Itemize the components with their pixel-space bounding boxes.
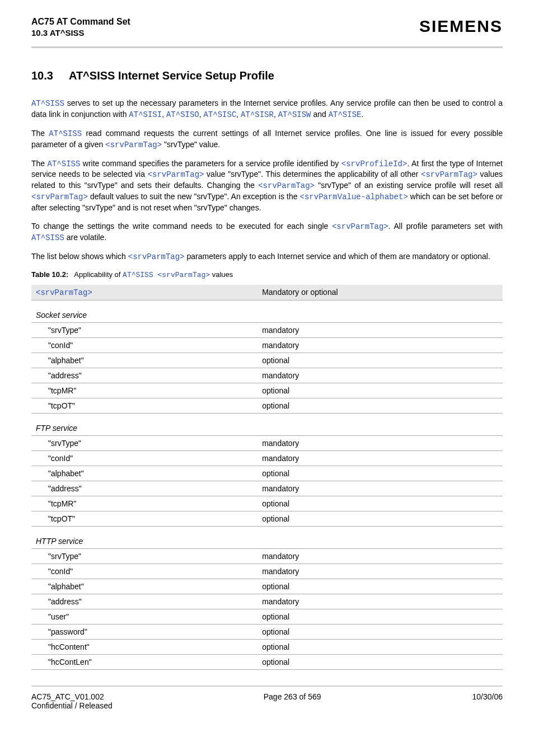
param-opt-cell: optional <box>257 579 503 594</box>
link-at-sisi[interactable]: AT^SISI <box>129 110 162 119</box>
service-name: HTTP service <box>31 526 503 548</box>
param-tag-cell: "conId" <box>31 564 257 579</box>
link-at-sise[interactable]: AT^SISE <box>329 110 362 119</box>
link-srvparmvalue-alphabet[interactable]: <srvParmValue-alphabet> <box>300 192 408 201</box>
link-srvparmtag[interactable]: <srvParmTag> <box>421 170 477 179</box>
table-row: "conId"mandatory <box>31 337 503 353</box>
param-tag-cell: "address" <box>31 481 257 496</box>
param-opt-cell: mandatory <box>257 435 503 450</box>
param-tag-cell: "srvType" <box>31 322 257 337</box>
param-tag-cell: "address" <box>31 594 257 609</box>
table-header-tag: <srvParmTag> <box>31 285 257 300</box>
param-opt-cell: mandatory <box>257 450 503 466</box>
param-opt-cell: optional <box>257 609 503 624</box>
param-opt-cell: mandatory <box>257 594 503 609</box>
params-table: <srvParmTag> Mandatory or optional Socke… <box>31 285 503 670</box>
link-at-siss[interactable]: AT^SISS <box>123 271 157 279</box>
param-tag-cell: "srvType" <box>31 548 257 564</box>
param-tag-cell: "conId" <box>31 337 257 353</box>
param-opt-cell: mandatory <box>257 481 503 496</box>
section-heading: 10.3AT^SISS Internet Service Setup Profi… <box>31 69 503 82</box>
table-row: "tcpMR"optional <box>31 383 503 398</box>
brand-logo: SIEMENS <box>419 17 503 36</box>
link-srvparmtag[interactable]: <srvParmTag> <box>128 252 185 261</box>
param-tag-cell: "tcpOT" <box>31 511 257 526</box>
service-name: FTP service <box>31 413 503 435</box>
param-tag-cell: "alphabet" <box>31 466 257 481</box>
doc-title: AC75 AT Command Set <box>31 17 130 27</box>
param-opt-cell: optional <box>257 466 503 481</box>
param-tag-cell: "tcpMR" <box>31 383 257 398</box>
link-at-siss[interactable]: AT^SISS <box>49 129 82 138</box>
table-row: "srvType"mandatory <box>31 322 503 337</box>
param-tag-cell: "srvType" <box>31 435 257 450</box>
service-row: HTTP service <box>31 526 503 548</box>
table-row: "address"mandatory <box>31 368 503 383</box>
link-srvparmtag[interactable]: <srvParmTag> <box>158 271 210 279</box>
table-row: "user"optional <box>31 609 503 624</box>
param-opt-cell: optional <box>257 654 503 669</box>
table-row: "srvType"mandatory <box>31 548 503 564</box>
param-tag-cell: "hcContent" <box>31 639 257 654</box>
param-opt-cell: mandatory <box>257 564 503 579</box>
link-at-sisr[interactable]: AT^SISR <box>241 110 274 119</box>
param-tag-cell: "alphabet" <box>31 579 257 594</box>
table-row: "address"mandatory <box>31 481 503 496</box>
table-caption: Table 10.2: Applicability of AT^SISS <sr… <box>31 270 503 279</box>
table-row: "hcContLen"optional <box>31 654 503 669</box>
param-tag-cell: "tcpMR" <box>31 496 257 511</box>
link-at-siss[interactable]: AT^SISS <box>31 233 64 242</box>
param-opt-cell: optional <box>257 353 503 368</box>
link-at-siss[interactable]: AT^SISS <box>31 99 64 108</box>
param-opt-cell: optional <box>257 624 503 639</box>
link-srvparmtag[interactable]: <srvParmTag> <box>31 192 88 201</box>
footer-separator: AC75_ATC_V01.002 Confidential / Released… <box>31 685 503 710</box>
param-opt-cell: mandatory <box>257 322 503 337</box>
param-opt-cell: optional <box>257 398 503 413</box>
table-row: "conId"mandatory <box>31 564 503 579</box>
paragraph-4: To change the settings the write command… <box>31 221 503 243</box>
param-tag-cell: "hcContLen" <box>31 654 257 669</box>
page-header: AC75 AT Command Set 10.3 AT^SISS SIEMENS <box>31 17 503 48</box>
footer-version: AC75_ATC_V01.002 <box>31 692 113 701</box>
link-srvparmtag[interactable]: <srvParmTag> <box>258 181 315 190</box>
table-label: Table 10.2: <box>31 270 68 279</box>
table-row: "password"optional <box>31 624 503 639</box>
link-srvparmtag[interactable]: <srvParmTag> <box>148 170 204 179</box>
service-row: Socket service <box>31 300 503 322</box>
table-row: "tcpMR"optional <box>31 496 503 511</box>
footer-left: AC75_ATC_V01.002 Confidential / Released <box>31 692 113 710</box>
link-srvprofileid[interactable]: <srvProfileId> <box>341 159 407 168</box>
link-srvparmtag[interactable]: <srvParmTag> <box>105 140 162 149</box>
param-tag-cell: "user" <box>31 609 257 624</box>
header-left: AC75 AT Command Set 10.3 AT^SISS <box>31 17 130 37</box>
doc-section: 10.3 AT^SISS <box>31 28 130 37</box>
param-opt-cell: optional <box>257 383 503 398</box>
service-name: Socket service <box>31 300 503 322</box>
table-row: "tcpOT"optional <box>31 511 503 526</box>
param-opt-cell: optional <box>257 639 503 654</box>
paragraph-5: The list below shows which <srvParmTag> … <box>31 251 503 262</box>
param-tag-cell: "tcpOT" <box>31 398 257 413</box>
table-row: "tcpOT"optional <box>31 398 503 413</box>
table-header-opt: Mandatory or optional <box>257 285 503 300</box>
table-row: "address"mandatory <box>31 594 503 609</box>
link-at-siss[interactable]: AT^SISS <box>48 159 81 168</box>
link-srvparmtag[interactable]: <srvParmTag> <box>332 222 388 231</box>
paragraph-1: AT^SISS serves to set up the necessary p… <box>31 98 503 120</box>
param-opt-cell: optional <box>257 511 503 526</box>
section-number: 10.3 <box>31 69 53 82</box>
link-at-sisc[interactable]: AT^SISC <box>204 110 237 119</box>
table-row: "hcContent"optional <box>31 639 503 654</box>
link-at-sisw[interactable]: AT^SISW <box>278 110 311 119</box>
paragraph-2: The AT^SISS read command requests the cu… <box>31 128 503 151</box>
table-row: "conId"mandatory <box>31 450 503 466</box>
param-opt-cell: mandatory <box>257 337 503 353</box>
param-opt-cell: optional <box>257 496 503 511</box>
footer-confidential: Confidential / Released <box>31 701 113 710</box>
footer-page: Page 263 of 569 <box>264 692 321 710</box>
link-at-siso[interactable]: AT^SISO <box>166 110 199 119</box>
table-row: "srvType"mandatory <box>31 435 503 450</box>
footer-date: 10/30/06 <box>472 692 503 710</box>
param-opt-cell: mandatory <box>257 368 503 383</box>
